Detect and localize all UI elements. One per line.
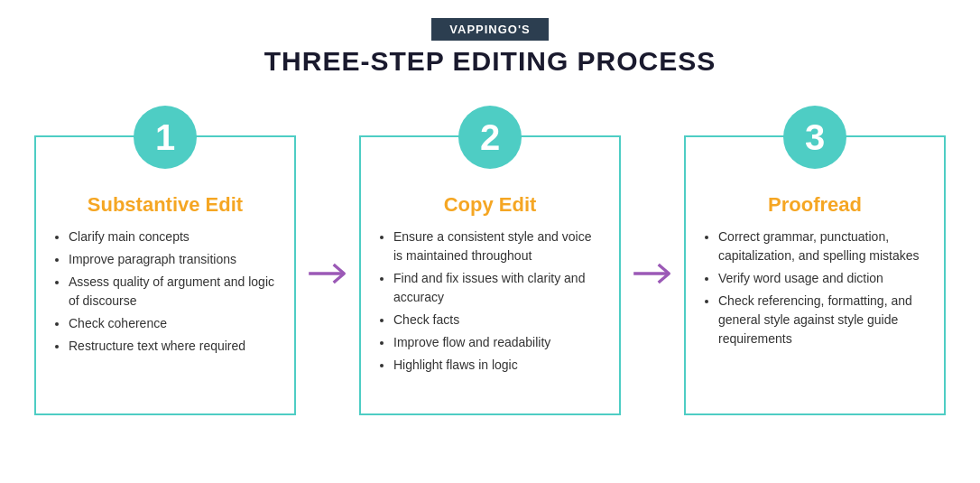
step-3-list: Correct grammar, punctuation, capitaliza…: [702, 228, 928, 352]
list-item: Restructure text where required: [69, 337, 278, 356]
list-item: Verify word usage and diction: [718, 269, 928, 288]
list-item: Check coherence: [69, 314, 278, 333]
step-2-number: 2: [458, 106, 522, 169]
step-2-list: Ensure a consistent style and voice is m…: [377, 228, 603, 378]
list-item: Ensure a consistent style and voice is m…: [393, 228, 603, 265]
page-header: VAPPINGO'S THREE-STEP EDITING PROCESS: [264, 18, 717, 77]
step-2-title: Copy Edit: [377, 193, 603, 217]
list-item: Check facts: [393, 311, 603, 330]
step-3-card: 3 Proofread Correct grammar, punctuation…: [684, 135, 946, 415]
step-3-wrapper: 3 Proofread Correct grammar, punctuation…: [684, 135, 946, 415]
list-item: Check referencing, formatting, and gener…: [718, 292, 928, 348]
step-3-number: 3: [783, 106, 846, 169]
list-item: Improve paragraph transitions: [69, 250, 278, 269]
vappingo-badge: VAPPINGO'S: [431, 18, 548, 41]
list-item: Find and fix issues with clarity and acc…: [393, 269, 603, 307]
step-1-list: Clarify main concepts Improve paragraph …: [52, 228, 278, 359]
list-item: Assess quality of argument and logic of …: [69, 273, 278, 311]
step-1-wrapper: 1 Substantive Edit Clarify main concepts…: [34, 135, 296, 415]
step-1-card: 1 Substantive Edit Clarify main concepts…: [34, 135, 296, 415]
steps-container: 1 Substantive Edit Clarify main concepts…: [27, 104, 953, 415]
list-item: Correct grammar, punctuation, capitaliza…: [718, 228, 928, 265]
list-item: Improve flow and readability: [393, 333, 603, 352]
arrow-1: [296, 251, 359, 296]
main-title: THREE-STEP EDITING PROCESS: [264, 46, 717, 77]
step-2-card: 2 Copy Edit Ensure a consistent style an…: [359, 135, 621, 415]
arrow-2: [621, 251, 684, 296]
step-1-number: 1: [134, 106, 197, 169]
step-2-wrapper: 2 Copy Edit Ensure a consistent style an…: [359, 135, 621, 415]
list-item: Highlight flaws in logic: [393, 356, 603, 375]
step-1-title: Substantive Edit: [52, 193, 278, 217]
list-item: Clarify main concepts: [69, 228, 278, 246]
step-3-title: Proofread: [702, 193, 928, 217]
